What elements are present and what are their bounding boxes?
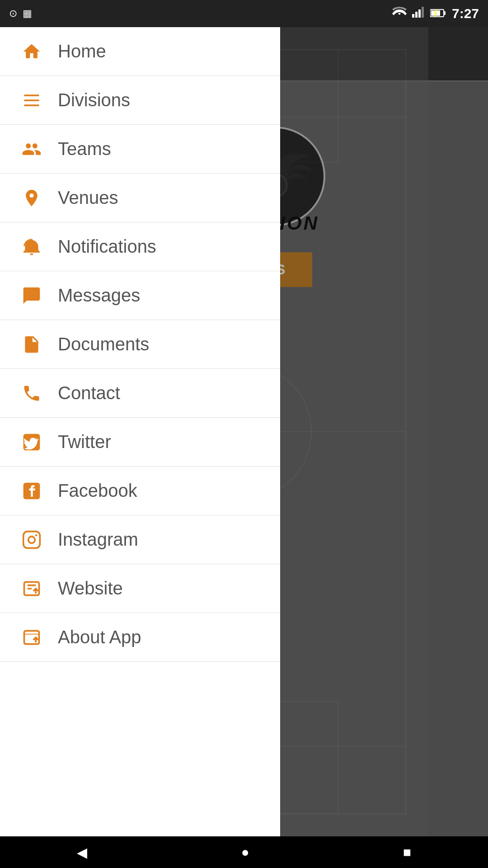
menu-item-about-app[interactable]: About App [0,613,280,662]
documents-icon [18,335,45,354]
menu-label-twitter: Twitter [58,432,111,452]
menu-item-instagram[interactable]: Instagram [0,515,280,564]
about-app-icon [18,627,45,647]
teams-icon [18,139,45,159]
svg-rect-3 [422,7,424,18]
menu-item-divisions[interactable]: Divisions [0,76,280,125]
menu-label-instagram: Instagram [58,529,138,550]
menu-label-teams: Teams [58,139,111,159]
time-display: 7:27 [452,6,479,21]
menu-label-notifications: Notifications [58,236,156,257]
menu-label-messages: Messages [58,285,140,306]
status-right-icons: 7:27 [392,6,479,21]
battery-icon [430,6,446,21]
menu-label-venues: Venues [58,188,118,208]
sdcard-icon: ▦ [23,8,32,19]
menu-label-divisions: Divisions [58,90,130,110]
svg-point-26 [35,534,37,536]
venues-icon [18,188,45,208]
menu-item-facebook[interactable]: Facebook [0,467,280,515]
home-icon [18,42,45,61]
svg-rect-20 [24,99,39,101]
status-bar: ⊙ ▦ [0,0,488,27]
signal-icon [412,6,425,21]
divisions-icon [18,90,45,110]
svg-rect-19 [24,94,39,96]
svg-rect-21 [24,104,39,106]
svg-point-25 [28,536,35,543]
menu-item-website[interactable]: Website [0,564,280,613]
menu-item-notifications[interactable]: Notifications [0,222,280,271]
contact-icon [18,383,45,403]
svg-rect-0 [412,14,414,18]
menu-item-home[interactable]: Home [0,27,280,76]
menu-item-venues[interactable]: Venues [0,174,280,222]
svg-rect-1 [415,12,418,18]
circle-status-icon: ⊙ [9,8,17,19]
svg-rect-6 [444,11,446,15]
menu-label-about-app: About App [58,627,141,647]
recent-apps-button[interactable]: ■ [389,840,425,864]
website-icon [18,579,45,599]
menu-label-facebook: Facebook [58,481,137,501]
instagram-icon [18,530,45,550]
menu-label-documents: Documents [58,334,149,354]
back-button[interactable]: ◀ [63,840,101,865]
menu-item-documents[interactable]: Documents [0,320,280,369]
menu-label-contact: Contact [58,383,120,403]
twitter-icon [18,432,45,452]
messages-icon [18,286,45,306]
svg-rect-2 [418,9,421,18]
status-left-icons: ⊙ ▦ [9,8,32,19]
menu-item-twitter[interactable]: Twitter [0,418,280,467]
bottom-nav-bar: ◀ ● ■ [0,836,488,868]
menu-item-teams[interactable]: Teams [0,125,280,174]
notifications-icon [18,237,45,257]
menu-label-website: Website [58,578,123,599]
svg-rect-24 [23,531,40,548]
menu-label-home: Home [58,41,106,61]
wifi-icon [392,7,407,20]
home-button[interactable]: ● [227,840,263,864]
facebook-icon [18,481,45,501]
menu-item-messages[interactable]: Messages [0,271,280,320]
menu-item-contact[interactable]: Contact [0,369,280,418]
side-drawer: Home Divisions Teams Venues [0,27,280,836]
